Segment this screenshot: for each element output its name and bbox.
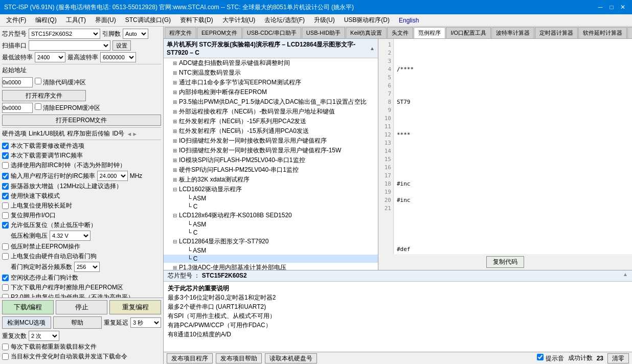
- tree-item-eeprom-uart[interactable]: ⊞ 通过串口1命令多字节读写EEPROM测试程序: [164, 78, 378, 87]
- cb-internal-irc[interactable]: [2, 162, 9, 169]
- menu-stc-debug[interactable]: STC调试接口(G): [121, 15, 175, 26]
- left-panel-content: 芯片型号 STC15F2K60S2 引脚数 Auto 扫描串口 设置 最低波特率: [0, 27, 163, 298]
- eeprom-addr-input[interactable]: [2, 103, 33, 113]
- tab-program-file[interactable]: 程序文件: [165, 27, 196, 38]
- publish-project-button[interactable]: 发布项目程序: [167, 353, 213, 363]
- tab-delay-calc[interactable]: 软件延时计算器: [578, 27, 627, 38]
- tree-item-ntc[interactable]: ⊞ NTC测温度数码管显示: [164, 68, 378, 78]
- close-button[interactable]: ✕: [618, 2, 628, 12]
- stop-button[interactable]: 停止: [56, 300, 107, 314]
- cb-long-reset[interactable]: [2, 202, 9, 209]
- menu-download[interactable]: 资料下载(D): [176, 15, 217, 26]
- tab-baud-calc[interactable]: 波特率计算器: [491, 27, 534, 38]
- tree-item-lcd128x64[interactable]: ⊟ LCD128x64驱动程序-KS0108B SED1520: [164, 211, 378, 220]
- open-eeprom-button[interactable]: 打开EEPROM文件: [2, 115, 161, 126]
- open-program-button[interactable]: 打开程序文件: [2, 90, 86, 101]
- menu-university[interactable]: 大学计划(U): [218, 15, 260, 26]
- cb-irc-freq[interactable]: [2, 173, 9, 179]
- chip-type-select[interactable]: STC15F2K60S2: [29, 29, 100, 39]
- tree-item-lcd128x64-c[interactable]: └ C: [164, 229, 378, 237]
- read-disk-button[interactable]: 读取本机硬盘号: [265, 353, 317, 363]
- menu-file[interactable]: 文件(F): [2, 15, 30, 26]
- settings-button[interactable]: 设置: [112, 40, 131, 51]
- scan-port-select[interactable]: [29, 40, 110, 51]
- clear-code-checkbox[interactable]: [35, 78, 41, 84]
- tab-examples[interactable]: 范例程序: [414, 27, 445, 38]
- repeat-delay-select[interactable]: 3 秒: [130, 317, 161, 328]
- tree-item-spi-hw-flash[interactable]: ⊞ 硬件SPI访问FLASH-PM25LV040-串口1监控: [164, 165, 378, 175]
- max-baud-select[interactable]: 6000000: [100, 52, 136, 62]
- info-scroll-icon[interactable]: ▲: [623, 271, 628, 280]
- menu-english[interactable]: English: [395, 16, 423, 25]
- tab-usb-hid[interactable]: USB-HID助手: [302, 27, 345, 38]
- tree-item-lcd12864-st7920[interactable]: ⊟ LCD12864显示图形文字-ST7920: [164, 237, 378, 246]
- wdt-prescaler-select[interactable]: 256: [74, 262, 100, 272]
- publish-help-button[interactable]: 发布项目帮助: [216, 353, 262, 363]
- tree-item-ir-send1[interactable]: ⊞ 红外发射程序（NEC码）-15F系列用PCA2发送: [164, 117, 378, 126]
- code-addr-input[interactable]: [2, 77, 33, 87]
- minimize-button[interactable]: ─: [595, 2, 605, 12]
- tree-item-ir-recv[interactable]: ⊞ 外部远程接收程序（NEC码）-数码管显示用户地址和键值: [164, 107, 378, 117]
- cb-autoload[interactable]: [2, 353, 9, 360]
- tree-item-lcd128x64-asm[interactable]: └ ASM: [164, 220, 378, 229]
- port-select[interactable]: Auto: [123, 29, 148, 39]
- cb-fast-dl[interactable]: [2, 193, 9, 199]
- cb-reset-io[interactable]: [2, 212, 9, 219]
- min-baud-label: 最低波特率: [2, 53, 33, 62]
- tab-eeprom-file[interactable]: EEPROM文件: [197, 27, 242, 38]
- download-button[interactable]: 下载/编程: [2, 300, 54, 314]
- cb-eeprom-disable[interactable]: [2, 243, 9, 250]
- tree-item-adc-internal[interactable]: ⊞ P1.3做ADC-使用内部基准计算外部电压: [164, 263, 378, 270]
- detect-mcu-button[interactable]: 检测MCU选项: [2, 316, 51, 329]
- tree-item-io-ir2[interactable]: ⊞ IO扫描键红外发射一同时接收数码管显示用户键值程序-15W: [164, 146, 378, 155]
- menu-program[interactable]: 编程(Q): [31, 15, 60, 26]
- reprogram-button[interactable]: 重复编程: [109, 300, 161, 314]
- irc-freq-select[interactable]: 24.000: [97, 171, 128, 181]
- cb-reload[interactable]: [2, 344, 9, 350]
- clear-count-button[interactable]: 清零: [607, 353, 629, 363]
- clear-eeprom-checkbox[interactable]: [35, 103, 41, 110]
- tree-item-io-ir1[interactable]: ⊞ IO扫描键红外发射一同时接收数码管显示用户键值程序: [164, 136, 378, 146]
- cb-osc-gain[interactable]: [2, 183, 9, 190]
- tree-item-ir-send2[interactable]: ⊞ 红外发射程序（NEC码）-15系列通用PCA0发送: [164, 126, 378, 136]
- tab-header[interactable]: 头文件: [387, 27, 413, 38]
- cb-adjust-irc[interactable]: [2, 152, 9, 159]
- maximize-button[interactable]: □: [606, 2, 617, 12]
- cb-modify-hw[interactable]: [2, 143, 9, 149]
- cb-erase-eeprom[interactable]: [2, 284, 9, 291]
- menu-upgrade[interactable]: 升级(U): [310, 15, 339, 26]
- menu-usb[interactable]: USB驱动程序(D): [340, 15, 394, 26]
- tree-item-lcd1602[interactable]: ⊟ LCD1602驱动显示程序: [164, 185, 378, 194]
- tree-item-32k-xdata[interactable]: ⊞ 板上的32K xdata测试程序: [164, 175, 378, 185]
- tree-item-pwm-dac[interactable]: ⊞ P3.5输出PWM供DAC_P1.5做ADC读入DAC输出值_串口1设置占空…: [164, 97, 378, 107]
- menu-ui[interactable]: 界面(U): [91, 15, 120, 26]
- tree-collapse-icon[interactable]: ▲: [370, 46, 375, 51]
- copy-code-button[interactable]: 复制代码: [486, 256, 524, 268]
- min-baud-select[interactable]: 2400: [35, 52, 65, 62]
- help-button[interactable]: 帮助: [53, 316, 102, 329]
- tree-item-spi-io-flash[interactable]: ⊞ IO模块SPI访问FLASH-PM25LV040-串口1监控: [164, 155, 378, 165]
- tree-item-eeprom-internal[interactable]: ⊞ 内部掉电检测中断保存EEPROM: [164, 87, 378, 97]
- tab-keil[interactable]: Keil仿真设置: [346, 27, 387, 38]
- tab-io-config[interactable]: I/O口配置工具: [446, 27, 491, 38]
- tree-item-adc-keyboard[interactable]: ⊞ ADC键盘扫描数码管显示键值和调整时间: [164, 58, 378, 68]
- cb-wdt-idle[interactable]: [2, 275, 9, 281]
- tree-item-lcd1602-asm[interactable]: └ ASM: [164, 194, 378, 202]
- code-viewer: 1 2 3 4 5 6 7 8 9 10 11 12 13 14: [378, 39, 632, 270]
- chip-type-info-label: 芯片型号 ： STC15F2K60S2: [168, 271, 247, 280]
- menu-forum[interactable]: 去论坛/选型(F): [260, 15, 309, 26]
- cb-low-volt-reset[interactable]: [2, 222, 9, 229]
- menu-tools[interactable]: 工具(T): [62, 15, 90, 26]
- tab-usb-cdc[interactable]: USB-CDC/串口助手: [242, 27, 301, 38]
- tree-item-lcd12864-asm[interactable]: └ ASM: [164, 246, 378, 255]
- cb-wdt-auto[interactable]: [2, 253, 9, 260]
- tree-item-lcd12864-c[interactable]: └ C: [164, 255, 378, 263]
- cb-p2-low[interactable]: [2, 294, 9, 298]
- repeat-times-select[interactable]: 2 次: [29, 331, 59, 341]
- hint-sound-checkbox[interactable]: [537, 354, 544, 360]
- status-bar: 发布项目程序 发布项目帮助 读取本机硬盘号 提示音 成功计数 23 清零: [164, 352, 632, 364]
- tab-timer-calc[interactable]: 定时器计算器: [535, 27, 578, 38]
- tab-more[interactable]: 指: [627, 27, 632, 38]
- tree-item-lcd1602-c[interactable]: └ C: [164, 202, 378, 211]
- low-volt-select[interactable]: 4.32 V: [50, 231, 91, 241]
